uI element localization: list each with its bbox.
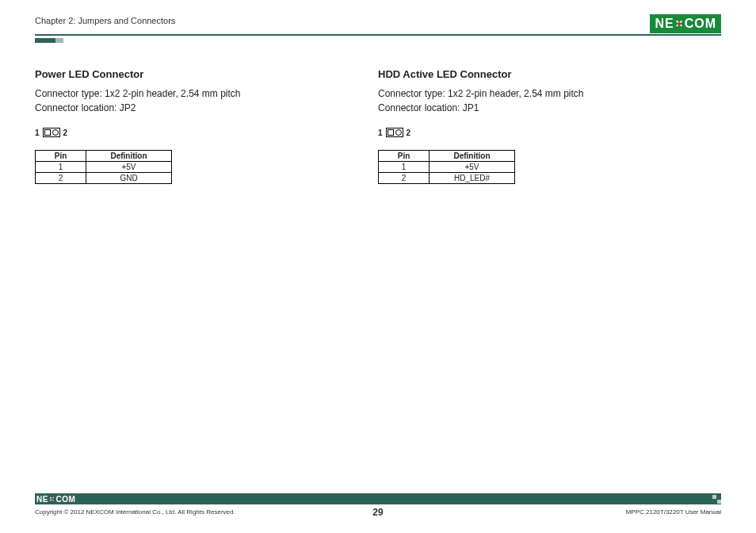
- right-connector-diagram: 1 2: [378, 128, 702, 137]
- table-row: 1 +5V: [36, 162, 172, 173]
- right-heading: HDD Active LED Connector: [378, 68, 702, 80]
- x-icon: [49, 496, 55, 503]
- table-cell: +5V: [86, 162, 172, 173]
- footer-brand-logo: NECOM: [36, 495, 75, 504]
- table-row: 2 GND: [36, 173, 172, 184]
- left-line2: Connector location: JP2: [35, 102, 136, 113]
- table-cell: GND: [86, 173, 172, 184]
- right-conn-label-2: 2: [407, 128, 411, 137]
- table-cell: 1: [379, 162, 430, 173]
- right-conn-label-1: 1: [378, 128, 383, 137]
- table-cell: 2: [36, 173, 86, 184]
- connector-box-icon: [386, 128, 403, 137]
- header-rule: [35, 34, 721, 36]
- pin-square-icon: [388, 129, 394, 136]
- header-rule-tab: [35, 38, 55, 43]
- table-header-def: Definition: [86, 151, 172, 162]
- right-paragraph: Connector type: 1x2 2-pin header, 2.54 m…: [378, 86, 702, 115]
- right-line2: Connector location: JP1: [378, 102, 479, 113]
- left-column: Power LED Connector Connector type: 1x2 …: [35, 68, 378, 184]
- left-conn-label-1: 1: [35, 128, 40, 137]
- table-header-pin: Pin: [36, 151, 86, 162]
- footer-logo-wrap: NECOM: [35, 495, 75, 504]
- right-pin-table: Pin Definition 1 +5V 2 HD_LED#: [378, 150, 515, 184]
- left-conn-label-2: 2: [63, 128, 68, 137]
- table-cell: 2: [379, 173, 430, 184]
- left-heading: Power LED Connector: [35, 68, 359, 80]
- table-row: Pin Definition: [36, 151, 172, 162]
- footer-manual: MPPC 2120T/3220T User Manual: [626, 508, 721, 516]
- table-cell: HD_LED#: [430, 173, 515, 184]
- table-cell: +5V: [430, 162, 515, 173]
- pin-circle-icon: [52, 129, 59, 136]
- table-header-pin: Pin: [379, 151, 430, 162]
- left-paragraph: Connector type: 1x2 2-pin header, 2.54 m…: [35, 86, 359, 115]
- footer-squares-icon: [712, 495, 721, 504]
- header-rule-tab-light: [55, 38, 63, 43]
- table-cell: 1: [36, 162, 86, 173]
- right-column: HDD Active LED Connector Connector type:…: [378, 68, 721, 184]
- footer-bar: NECOM: [35, 493, 721, 504]
- footer-text-row: Copyright © 2012 NEXCOM International Co…: [35, 508, 721, 516]
- left-connector-diagram: 1 2: [35, 128, 359, 137]
- page-header: Chapter 2: Jumpers and Connectors NECOM: [35, 14, 721, 33]
- table-row: Pin Definition: [379, 151, 515, 162]
- content-area: Power LED Connector Connector type: 1x2 …: [35, 68, 721, 184]
- right-line1: Connector type: 1x2 2-pin header, 2.54 m…: [378, 88, 583, 99]
- left-pin-table: Pin Definition 1 +5V 2 GND: [35, 150, 172, 184]
- brand-logo: NECOM: [650, 14, 721, 33]
- table-row: 2 HD_LED#: [379, 173, 515, 184]
- connector-box-icon: [43, 128, 60, 137]
- pin-square-icon: [44, 129, 51, 136]
- footer-page-number: 29: [372, 507, 383, 518]
- chapter-title: Chapter 2: Jumpers and Connectors: [35, 14, 175, 25]
- brand-logo-text: NECOM: [655, 17, 716, 31]
- pin-circle-icon: [395, 129, 402, 136]
- left-line1: Connector type: 1x2 2-pin header, 2.54 m…: [35, 88, 240, 99]
- footer-copyright: Copyright © 2012 NEXCOM International Co…: [35, 508, 235, 516]
- table-header-def: Definition: [430, 151, 515, 162]
- table-row: 1 +5V: [379, 162, 515, 173]
- x-icon: [675, 18, 684, 29]
